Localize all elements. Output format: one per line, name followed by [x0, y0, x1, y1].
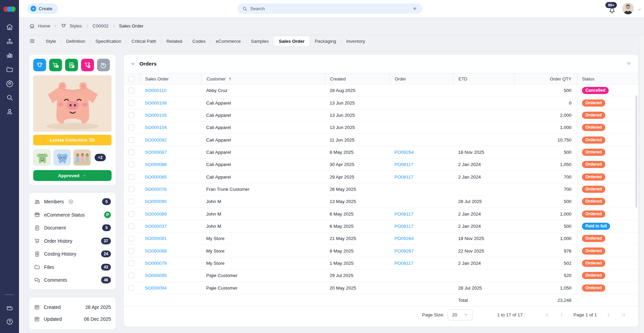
sidebar-item-analytics[interactable]	[3, 49, 16, 61]
page-size-select[interactable]: 20	[448, 309, 473, 320]
sales-order-link[interactable]: SO000092	[145, 137, 167, 143]
row-checkbox[interactable]	[129, 162, 134, 167]
column-header-etd[interactable]: ETD	[453, 73, 514, 84]
sales-order-link[interactable]: SO000090	[145, 199, 167, 204]
row-checkbox[interactable]	[129, 248, 134, 254]
sales-order-link[interactable]: SO000091	[145, 236, 167, 241]
sidebar-item-upload[interactable]	[3, 35, 16, 47]
panel-link-order-history[interactable]: Order History 37	[29, 235, 116, 248]
po-link[interactable]: PO09267	[394, 248, 414, 254]
po-link[interactable]: PO08117	[394, 224, 413, 229]
page-scrollbar-track[interactable]	[640, 35, 644, 333]
tab-style[interactable]: Style	[41, 36, 61, 46]
search-filter-icon[interactable]	[412, 6, 417, 12]
breadcrumb-item-home[interactable]: Home	[38, 23, 50, 29]
column-header-status[interactable]: Status	[577, 73, 638, 84]
notifications-button[interactable]: 99+	[605, 2, 619, 15]
sales-order-link[interactable]: SO000085	[145, 174, 167, 180]
next-page-button[interactable]	[606, 312, 611, 318]
panel-link-document[interactable]: Document 5	[29, 221, 116, 235]
panel-link-comments[interactable]: Comments 46	[29, 274, 116, 287]
tab-critical-path[interactable]: Critical Path	[126, 36, 161, 46]
column-header-order[interactable]: Order	[390, 73, 453, 84]
tab-sales-order[interactable]: Sales Order	[274, 36, 310, 46]
collapse-chevron-icon[interactable]	[130, 61, 136, 67]
add-to-cart-button[interactable]	[49, 59, 62, 71]
remove-style-button[interactable]	[81, 59, 94, 71]
breadcrumb-item-sales-order[interactable]: Sales Order	[119, 23, 143, 29]
sales-order-link[interactable]: SO000105	[145, 113, 167, 118]
tab-definition[interactable]: Definition	[61, 36, 90, 46]
sidebar-item-folder[interactable]	[3, 63, 16, 75]
more-thumbnails-badge[interactable]: +2	[95, 154, 106, 161]
sidebar-item-home[interactable]	[3, 21, 16, 33]
menu-icon[interactable]	[29, 38, 35, 44]
breadcrumb-item-c00002[interactable]: C00002	[93, 23, 109, 29]
panel-link-files[interactable]: Files 43	[29, 261, 116, 274]
column-header-created[interactable]: Created	[325, 73, 390, 84]
row-checkbox[interactable]	[129, 273, 134, 278]
sales-order-link[interactable]: SO000087	[145, 150, 167, 155]
row-checkbox[interactable]	[129, 186, 134, 192]
row-checkbox[interactable]	[129, 223, 134, 229]
thumbnail-green-onesie[interactable]	[33, 149, 51, 166]
column-header-order-qty[interactable]: Order QTY	[514, 73, 577, 84]
po-link[interactable]: PO08117	[394, 261, 413, 266]
search-input[interactable]	[250, 6, 409, 11]
sidebar-item-factory[interactable]	[3, 301, 16, 314]
tab-specification[interactable]: Specification	[90, 36, 126, 46]
user-avatar[interactable]	[622, 3, 634, 14]
sidebar-item-help[interactable]	[3, 316, 16, 328]
sales-order-link[interactable]: SO000037	[145, 224, 167, 229]
sales-order-link[interactable]: SO000104	[145, 125, 167, 130]
thumbnail-blue-onesie[interactable]	[53, 149, 71, 166]
thumbnail-babies-photo[interactable]	[73, 149, 91, 166]
style-button[interactable]	[33, 59, 46, 71]
add-document-button[interactable]	[65, 59, 78, 71]
row-checkbox[interactable]	[129, 211, 134, 217]
sales-order-link[interactable]: SO000088	[145, 248, 167, 254]
panel-link-costing-history[interactable]: Costing History 24	[29, 247, 116, 261]
create-button[interactable]: Create	[27, 3, 58, 14]
sales-order-link[interactable]: SO000079	[145, 261, 167, 266]
row-checkbox[interactable]	[129, 137, 134, 143]
po-link[interactable]: PO09264	[394, 236, 414, 241]
style-image-pig-onesie[interactable]	[33, 75, 112, 132]
po-link[interactable]: PO09264	[394, 150, 414, 155]
tab-ecommerce[interactable]: eCommerce	[211, 36, 246, 46]
sales-order-link[interactable]: SO000106	[145, 100, 167, 106]
row-checkbox[interactable]	[129, 174, 134, 180]
tab-packaging[interactable]: Packaging	[310, 36, 341, 46]
column-header-customer[interactable]: Customer	[201, 73, 325, 84]
column-header-sales-order[interactable]: Sales Order	[140, 73, 201, 84]
row-checkbox[interactable]	[129, 100, 134, 106]
sidebar-item-profile[interactable]	[3, 106, 16, 118]
tab-related[interactable]: Related	[161, 36, 188, 46]
panel-link-ecommerce-status[interactable]: eCommerce Status P	[29, 208, 116, 222]
row-checkbox[interactable]	[129, 236, 134, 241]
row-checkbox[interactable]	[129, 112, 134, 118]
po-link[interactable]: PO08117	[394, 174, 413, 180]
po-link[interactable]: PO08117	[394, 162, 413, 167]
status-dropdown-button[interactable]: Approved	[33, 170, 112, 181]
user-menu-chevron-icon[interactable]	[637, 7, 642, 12]
breadcrumb-item-styles[interactable]: Styles	[70, 23, 82, 29]
row-checkbox[interactable]	[129, 88, 134, 93]
row-checkbox[interactable]	[129, 285, 134, 291]
row-checkbox[interactable]	[129, 199, 134, 204]
sales-order-link[interactable]: SO000110	[145, 88, 167, 93]
table-scrollbar-thumb[interactable]	[636, 95, 637, 207]
history-button[interactable]	[97, 59, 110, 71]
sales-order-link[interactable]: SO000076	[145, 187, 167, 192]
first-page-button[interactable]	[544, 312, 550, 318]
last-page-button[interactable]	[620, 312, 626, 318]
row-checkbox[interactable]	[129, 125, 134, 130]
tab-samples[interactable]: Samples	[246, 36, 274, 46]
tab-inventory[interactable]: Inventory	[341, 36, 370, 46]
row-checkbox[interactable]	[129, 260, 134, 266]
tab-codes[interactable]: Codes	[187, 36, 211, 46]
po-link[interactable]: PO08117	[394, 211, 413, 217]
sales-order-link[interactable]: SO000089	[145, 211, 167, 217]
sidebar-item-search[interactable]	[3, 91, 16, 104]
sales-order-link[interactable]: SO000095	[145, 273, 167, 278]
